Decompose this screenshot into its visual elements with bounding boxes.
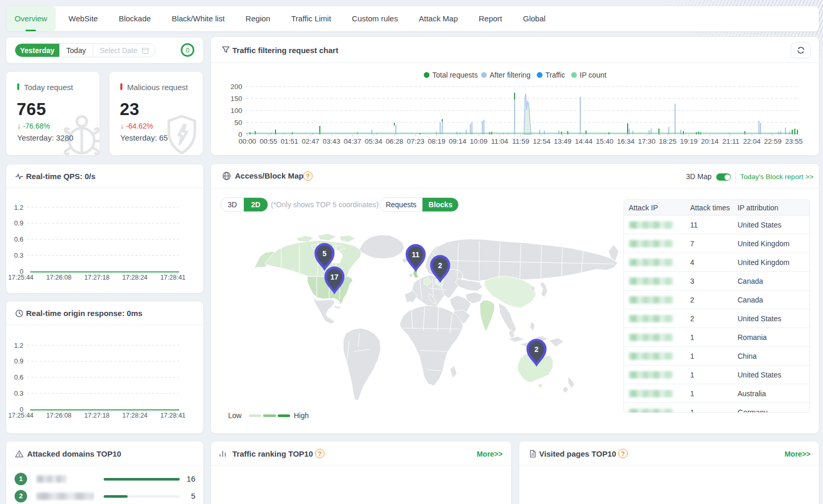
svg-text:14:44: 14:44 <box>575 137 593 145</box>
svg-text:17:27:18: 17:27:18 <box>84 412 110 419</box>
svg-text:13:49: 13:49 <box>554 137 571 145</box>
svg-text:23:55: 23:55 <box>785 137 803 145</box>
svg-text:22:59: 22:59 <box>764 137 782 145</box>
svg-text:2: 2 <box>438 261 442 270</box>
svg-text:0.6: 0.6 <box>14 373 23 381</box>
svg-text:11: 11 <box>412 250 420 259</box>
svg-text:07:23: 07:23 <box>407 137 425 145</box>
svg-text:01:51: 01:51 <box>281 137 298 145</box>
svg-text:17: 17 <box>330 273 339 281</box>
svg-text:18:25: 18:25 <box>659 137 677 145</box>
svg-text:16:34: 16:34 <box>617 137 634 145</box>
svg-text:0.6: 0.6 <box>14 235 23 243</box>
svg-text:08:19: 08:19 <box>428 137 445 145</box>
svg-text:17:25:44: 17:25:44 <box>8 274 34 281</box>
svg-text:0.9: 0.9 <box>14 219 23 227</box>
svg-text:50: 50 <box>234 119 242 127</box>
svg-text:150: 150 <box>230 95 242 103</box>
svg-text:02:47: 02:47 <box>302 137 319 145</box>
svg-text:03:43: 03:43 <box>323 137 341 145</box>
svg-text:17:28:24: 17:28:24 <box>122 412 148 419</box>
svg-text:06:28: 06:28 <box>386 137 404 145</box>
svg-text:11:59: 11:59 <box>512 137 529 145</box>
svg-text:22:04: 22:04 <box>743 137 761 145</box>
svg-text:09:14: 09:14 <box>449 137 467 145</box>
svg-text:5: 5 <box>322 249 327 258</box>
svg-text:17:25:44: 17:25:44 <box>8 412 34 419</box>
svg-text:17:28:41: 17:28:41 <box>160 274 186 281</box>
svg-text:17:26:08: 17:26:08 <box>46 274 72 281</box>
svg-text:IP count: IP count <box>580 71 606 79</box>
svg-text:17:30: 17:30 <box>638 137 656 145</box>
svg-text:200: 200 <box>230 83 242 91</box>
svg-text:Total requests: Total requests <box>432 71 478 79</box>
svg-text:00:00: 00:00 <box>239 137 256 145</box>
svg-text:10:09: 10:09 <box>470 137 488 145</box>
svg-text:2: 2 <box>534 345 539 354</box>
svg-text:05:34: 05:34 <box>365 137 382 145</box>
svg-text:20:14: 20:14 <box>701 137 719 145</box>
svg-text:0.9: 0.9 <box>14 357 23 365</box>
svg-text:After filtering: After filtering <box>490 71 531 79</box>
svg-text:12:54: 12:54 <box>533 137 551 145</box>
svg-text:00:55: 00:55 <box>259 137 277 145</box>
svg-text:1.2: 1.2 <box>14 342 23 349</box>
svg-text:0.3: 0.3 <box>14 389 23 397</box>
svg-text:04:37: 04:37 <box>344 137 361 145</box>
svg-text:21:11: 21:11 <box>722 137 740 145</box>
svg-text:19:19: 19:19 <box>680 137 697 145</box>
svg-text:17:28:24: 17:28:24 <box>122 274 148 281</box>
svg-text:Traffic: Traffic <box>545 71 565 79</box>
svg-text:0.3: 0.3 <box>14 251 23 259</box>
svg-text:100: 100 <box>230 107 242 115</box>
svg-text:17:26:08: 17:26:08 <box>46 412 72 419</box>
svg-text:1.2: 1.2 <box>14 204 23 211</box>
svg-text:17:28:41: 17:28:41 <box>160 412 186 419</box>
svg-text:11:04: 11:04 <box>491 137 508 145</box>
svg-text:17:27:18: 17:27:18 <box>84 274 110 281</box>
svg-text:15:40: 15:40 <box>596 137 614 145</box>
